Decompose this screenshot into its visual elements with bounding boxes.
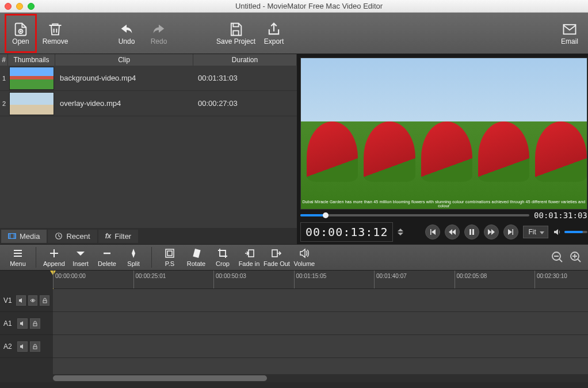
ruler-tick: 00:00:50:03 xyxy=(213,271,246,288)
remove-button[interactable]: Remove xyxy=(41,16,69,51)
track-lane-a2[interactable] xyxy=(53,335,588,358)
save-icon xyxy=(228,21,244,37)
fadeout-button[interactable]: Fade Out xyxy=(264,248,290,267)
tab-recent-label: Recent xyxy=(66,232,90,241)
fast-forward-button[interactable] xyxy=(484,225,499,239)
redo-button[interactable]: Redo xyxy=(145,16,173,51)
media-row[interactable]: 1 background-video.mp4 00:01:31:03 xyxy=(0,66,297,91)
timeline-menu-button[interactable]: Menu xyxy=(6,248,30,267)
play-pause-button[interactable] xyxy=(464,225,479,239)
rewind-button[interactable] xyxy=(445,225,460,239)
ruler-tick: 00:01:40:07 xyxy=(374,271,407,288)
svg-rect-15 xyxy=(33,347,37,349)
maximize-window-button[interactable] xyxy=(28,3,35,10)
crop-label: Crop xyxy=(216,260,230,267)
clip-name: background-video.mp4 xyxy=(55,74,193,82)
fadein-button[interactable]: Fade in xyxy=(237,248,261,267)
save-label: Save Project xyxy=(216,37,255,45)
scrub-progress xyxy=(300,214,326,216)
media-table-header: # Thumbnails Clip Duration xyxy=(0,54,297,66)
tracks-area: V1 A1 A2 xyxy=(0,289,588,374)
track-lane-v1[interactable] xyxy=(53,289,588,312)
track-mute-button[interactable] xyxy=(16,295,26,306)
track-lock-button[interactable] xyxy=(30,318,40,329)
append-button[interactable]: Append xyxy=(42,248,66,267)
file-open-icon xyxy=(13,21,29,37)
titlebar: Untitled - MovieMator Free Mac Video Edi… xyxy=(0,0,588,13)
ps-button[interactable]: P.S xyxy=(158,248,182,267)
forward-icon xyxy=(488,229,495,235)
plus-icon xyxy=(48,248,60,259)
scrub-handle[interactable] xyxy=(323,212,329,218)
crop-button[interactable]: Crop xyxy=(211,248,235,267)
track-header-a2[interactable]: A2 xyxy=(0,335,53,358)
track-header-a1[interactable]: A1 xyxy=(0,312,53,335)
delete-button[interactable]: Delete xyxy=(95,248,119,267)
ruler-tick: 00:00:00:00 xyxy=(53,271,86,288)
window-controls xyxy=(5,3,35,10)
pause-icon xyxy=(468,229,475,235)
track-lanes[interactable] xyxy=(53,289,588,374)
zoom-in-button[interactable] xyxy=(570,251,582,264)
menu-label: Menu xyxy=(10,260,26,267)
menu-icon xyxy=(12,248,24,259)
minimize-window-button[interactable] xyxy=(16,3,23,10)
preview-viewport[interactable]: Dubai Miracle Garden has more than 45 mi… xyxy=(300,58,587,210)
window-title: Untitled - MovieMator Free Mac Video Edi… xyxy=(35,2,583,10)
insert-button[interactable]: Insert xyxy=(68,248,93,267)
track-mute-button[interactable] xyxy=(17,318,28,329)
tab-recent[interactable]: Recent xyxy=(48,230,97,243)
timeline-hscroll xyxy=(0,374,588,382)
zoom-fit-select[interactable]: Fit xyxy=(523,226,548,238)
media-row[interactable]: 2 overlay-video.mp4 00:00:27:03 xyxy=(0,91,297,116)
zoom-out-button[interactable] xyxy=(551,251,564,264)
split-button[interactable]: Split xyxy=(121,248,146,267)
skip-end-button[interactable] xyxy=(503,225,518,239)
track-label: A2 xyxy=(3,343,15,351)
col-duration[interactable]: Duration xyxy=(193,54,297,66)
hscroll-track[interactable] xyxy=(53,374,588,382)
close-window-button[interactable] xyxy=(5,3,12,10)
track-header-v1[interactable]: V1 xyxy=(0,289,53,312)
timeline-ruler[interactable]: 00:00:00:00 00:00:25:01 00:00:50:03 00:0… xyxy=(0,271,588,289)
track-lock-button[interactable] xyxy=(40,295,49,306)
open-button[interactable]: Open xyxy=(7,16,35,51)
speaker-icon xyxy=(299,248,310,259)
skip-start-button[interactable] xyxy=(425,225,440,239)
timecode-up[interactable] xyxy=(398,229,403,231)
track-hide-button[interactable] xyxy=(28,295,38,306)
volume-icon[interactable] xyxy=(553,227,562,237)
export-button[interactable]: Export xyxy=(260,16,288,51)
rotate-button[interactable]: Rotate xyxy=(184,248,208,267)
track-lane-a1[interactable] xyxy=(53,312,588,335)
track-headers: V1 A1 A2 xyxy=(0,289,53,374)
timecode-stepper xyxy=(398,229,404,235)
volume-button[interactable]: Volume xyxy=(292,248,316,267)
tab-filter[interactable]: fx Filter xyxy=(98,230,139,243)
col-thumbnails[interactable]: Thumbnails xyxy=(8,54,55,66)
clip-thumbnail xyxy=(9,67,54,90)
hscroll-thumb[interactable] xyxy=(53,375,267,381)
open-label: Open xyxy=(12,37,29,45)
svg-rect-4 xyxy=(469,229,471,235)
timecode-down[interactable] xyxy=(398,233,403,235)
volume-slider[interactable] xyxy=(564,231,587,233)
timecode-display[interactable]: 00:00:13:12 xyxy=(300,222,393,242)
col-index[interactable]: # xyxy=(0,54,8,66)
tab-media[interactable]: Media xyxy=(1,230,47,243)
email-button[interactable]: Email xyxy=(556,16,583,51)
insert-icon xyxy=(75,248,86,259)
col-clip[interactable]: Clip xyxy=(55,54,193,66)
media-panel: # Thumbnails Clip Duration 1 background-… xyxy=(0,54,297,244)
svg-rect-2 xyxy=(9,234,16,239)
track-lock-button[interactable] xyxy=(30,341,40,352)
track-mute-button[interactable] xyxy=(17,341,28,352)
media-tabs: Media Recent fx Filter xyxy=(0,228,297,244)
scrub-track[interactable] xyxy=(300,214,529,216)
minus-icon xyxy=(101,248,113,259)
speaker-small-icon xyxy=(20,344,25,349)
remove-label: Remove xyxy=(43,37,68,45)
save-project-button[interactable]: Save Project xyxy=(216,16,255,51)
undo-button[interactable]: Undo xyxy=(113,16,140,51)
ruler-ticks[interactable]: 00:00:00:00 00:00:25:01 00:00:50:03 00:0… xyxy=(53,271,588,289)
